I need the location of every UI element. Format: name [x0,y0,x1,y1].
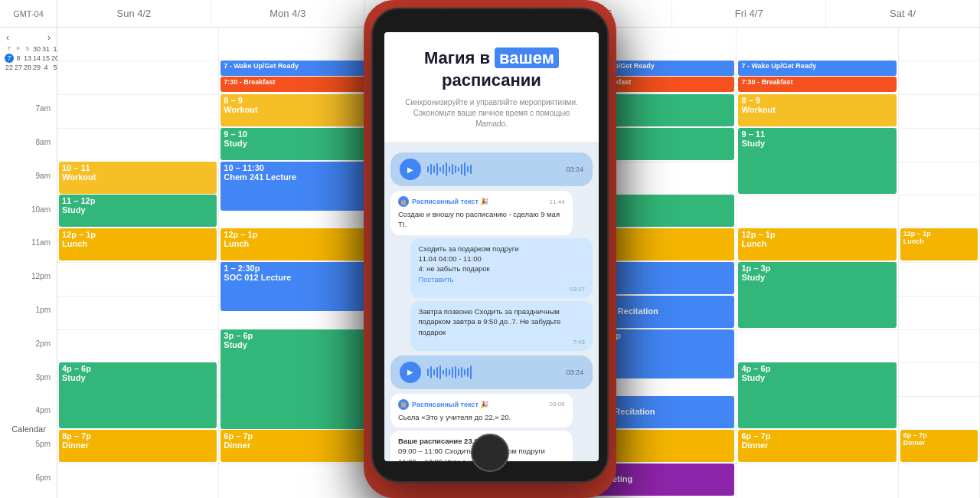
bot-name-2: Расписанный текст 🎉 [412,401,488,408]
mini-cal-day-f: F [14,44,23,54]
audio-wave-1 [427,162,560,177]
mini-cal-8[interactable]: 8 [14,54,23,63]
wave-bar [467,166,469,172]
event-mon-breakfast[interactable]: 7:30 - Breakfast [220,77,378,92]
event-fri-study3[interactable]: 4p – 6p Study [738,362,896,428]
event-sun-study2[interactable]: 4p – 6p Study [59,362,217,428]
wave-bar [436,163,438,175]
chat-bubble-bot-1: 🤖 Расписанный текст 🎉 11:44 Создаю и вно… [390,191,573,235]
audio-time-1: 03:24 [566,165,583,173]
nav-next-arrow[interactable]: › [47,32,51,43]
chat-bubble-bot-2: 🤖 Расписанный текст 🎉 03:06 Сьела «Это у… [390,394,573,428]
mini-cal-27[interactable]: 27 [14,63,23,72]
wave-bar [443,165,444,174]
wave-bar [449,369,450,375]
event-sun-workout[interactable]: 10 – 11 Workout [59,162,217,194]
day-col-fri: 7 - Wake Up/Get Ready 7:30 - Breakfast 8… [737,28,898,498]
day-header-fri[interactable]: Fri 4/7 [672,0,826,27]
bubble-time-4: 03:06 [550,401,565,408]
mini-calendar: T F S 30 31 1 6 7 8 13 14 15 20 [3,44,54,72]
event-fri-study1[interactable]: 9 – 11 Study [738,128,896,194]
bubble-text-user-1: Сходить за подарком подруги11.04 04:00 -… [418,244,585,284]
wave-bar [433,369,435,375]
mini-cal-nav: ‹ › [3,31,54,44]
nav-prev-arrow[interactable]: ‹ [6,32,9,43]
event-sun-lunch[interactable]: 12p – 1p Lunch [59,228,217,260]
mini-cal-31[interactable]: 31 [41,44,51,54]
screen-main-title: Магия в вашем [397,48,586,70]
time-2pm: 2pm [36,339,51,348]
wave-bar [467,368,469,377]
audio-message-1[interactable]: ▶ [390,152,593,186]
event-sun-study[interactable]: 11 – 12p Study [59,195,217,227]
wave-bar [470,165,472,174]
mini-cal-22[interactable]: 22 [5,63,14,72]
play-button-1[interactable]: ▶ [400,159,421,180]
day-header-sun[interactable]: Sun 4/2 [57,0,211,27]
event-mon-chem[interactable]: 10 – 11:30 Chem 241 Lecture [220,162,378,211]
event-fri-dinner[interactable]: 6p – 7p Dinner [738,430,896,462]
calendar-app: GMT-04 Sun 4/2 Mon 4/3 Thu 4/6 Fri 4/7 S… [0,0,980,498]
bot-icon-2: 🤖 [398,399,409,410]
day-header-mon[interactable]: Mon 4/3 [211,0,365,27]
event-fri-wakeup[interactable]: 7 - Wake Up/Get Ready [738,61,896,76]
time-3pm: 3pm [36,373,51,382]
phone-screen[interactable]: Магия в вашем расписании Синхронизируйте… [384,32,599,461]
event-mon-study2[interactable]: 3p – 6p Study [220,329,378,429]
wave-bar [455,165,456,173]
phone-home-button[interactable] [471,434,509,472]
event-mon-wakeup[interactable]: 7 - Wake Up/Get Ready [220,61,378,76]
bubble-text-1: Создаю и вношу по расписанию - сделаю 9 … [398,209,565,230]
bubble-header-1: 🤖 Расписанный текст 🎉 11:44 [398,196,565,207]
event-fri-breakfast[interactable]: 7:30 - Breakfast [738,77,896,92]
wave-bar [436,367,438,378]
mini-cal-29[interactable]: 29 [32,63,41,72]
mini-cal-14[interactable]: 14 [32,54,41,63]
event-fri-study2[interactable]: 1p – 3p Study [738,262,896,328]
wave-bar [439,365,441,379]
screen-subtitle: Синхронизируйте и управляйте мероприятия… [397,97,586,129]
phone-notch [444,9,536,25]
bot-name-1: Расписанный текст 🎉 [412,198,488,205]
bubble-time-3: 7:43 [573,339,585,346]
day-header-sat[interactable]: Sat 4/ [826,0,980,27]
mini-cal-15[interactable]: 15 [41,54,51,63]
wave-bar [430,366,432,378]
event-mon-lunch[interactable]: 12p – 1p Lunch [220,228,378,260]
chat-area: ▶ [384,142,599,461]
screen-hero: Магия в вашем расписании Синхронизируйте… [384,32,599,142]
bubble-time-2: 03:27 [570,286,585,293]
audio-message-2[interactable]: ▶ [390,355,593,389]
schedule-link[interactable]: Поставить [418,275,453,283]
mini-cal-7[interactable]: 7 [5,54,14,63]
event-mon-workout[interactable]: 8 – 9 Workout [220,94,378,126]
play-button-2[interactable]: ▶ [400,362,421,383]
mini-cal-28[interactable]: 28 [23,63,32,72]
event-mon-soc[interactable]: 1 – 2:30p SOC 012 Lecture [220,262,378,311]
mini-cal-13[interactable]: 13 [23,54,32,63]
wave-bar [464,369,466,375]
bubble-header-2: 🤖 Расписанный текст 🎉 03:06 [398,399,565,410]
event-sat-dinner[interactable]: 6p – 7p Dinner [900,430,978,462]
time-9am: 9am [36,172,51,180]
wave-bar [461,164,462,175]
wave-bar [427,369,429,376]
day-col-mon: 7 - Wake Up/Get Ready 7:30 - Breakfast 8… [219,28,381,498]
time-6pm: 6pm [36,473,51,482]
mini-cal-4[interactable]: 4 [41,63,51,72]
mini-cal-30[interactable]: 30 [32,44,41,54]
bubble-text-2: Сьела «Это у учителя до 22.» 20. [398,412,565,422]
event-sun-dinner[interactable]: 8p – 7p Dinner [59,430,217,462]
event-mon-study[interactable]: 9 – 10 Study [220,128,378,160]
event-fri-lunch[interactable]: 12p – 1p Lunch [738,228,896,260]
screen-title-line2: расписании [397,70,586,92]
event-fri-workout[interactable]: 8 – 9 Workout [738,94,896,126]
event-sat-lunch[interactable]: 12p – 1p Lunch [900,228,978,260]
audio-wave-2 [427,365,560,380]
time-7am: 7am [36,104,51,113]
time-1pm: 1pm [36,306,51,314]
wave-bar [443,370,444,375]
event-mon-dinner[interactable]: 6p – 7p Dinner [220,430,378,462]
bubble-time-1: 11:44 [550,198,565,205]
time-4pm: 4pm [36,406,51,414]
